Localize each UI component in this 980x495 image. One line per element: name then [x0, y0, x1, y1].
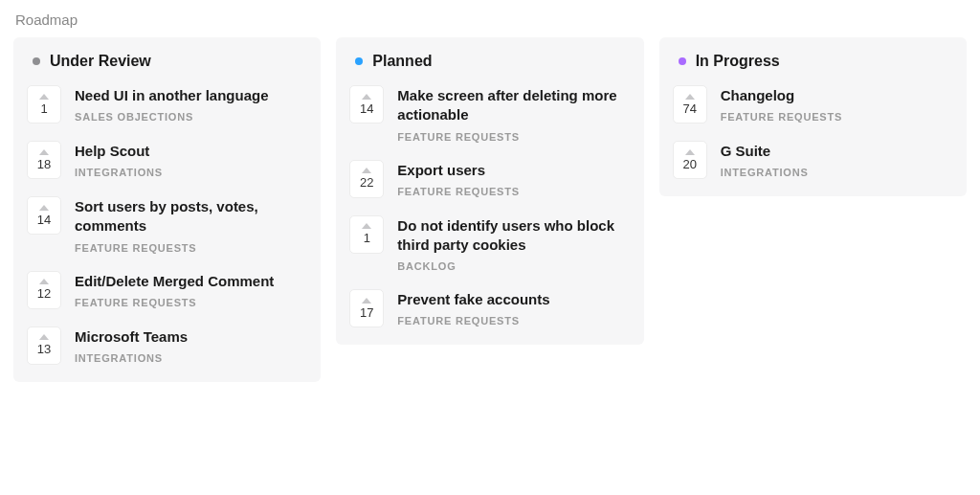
- caret-up-icon: [362, 298, 371, 304]
- card-title[interactable]: Help Scout: [75, 142, 163, 161]
- column-header: In Progress: [673, 51, 953, 72]
- card-title[interactable]: Make screen after deleting more actionab…: [397, 86, 630, 125]
- card-title[interactable]: Edit/Delete Merged Comment: [75, 272, 274, 291]
- roadmap-card: 1 Do not identify users who block third …: [349, 215, 630, 273]
- column-planned: Planned 14 Make screen after deleting mo…: [336, 37, 643, 345]
- page-title: Roadmap: [13, 11, 967, 28]
- card-category: SALES OBJECTIONS: [75, 111, 269, 123]
- roadmap-card: 18 Help Scout INTEGRATIONS: [27, 141, 307, 179]
- column-header: Under Review: [27, 51, 307, 72]
- upvote-button[interactable]: 22: [349, 160, 384, 198]
- card-category: INTEGRATIONS: [75, 352, 188, 364]
- column-title: Planned: [372, 53, 432, 70]
- card-body: Export users FEATURE REQUESTS: [397, 160, 520, 197]
- roadmap-card: 20 G Suite INTEGRATIONS: [673, 141, 953, 179]
- column-header: Planned: [349, 51, 630, 72]
- upvote-button[interactable]: 14: [27, 196, 61, 235]
- status-dot-icon: [679, 57, 686, 65]
- card-body: Help Scout INTEGRATIONS: [75, 141, 163, 178]
- roadmap-card: 22 Export users FEATURE REQUESTS: [349, 160, 630, 198]
- card-list: 1 Need UI in another language SALES OBJE…: [27, 85, 307, 365]
- roadmap-card: 13 Microsoft Teams INTEGRATIONS: [27, 326, 307, 365]
- card-category: INTEGRATIONS: [75, 167, 163, 178]
- column-title: Under Review: [50, 53, 151, 70]
- caret-up-icon: [39, 205, 49, 211]
- card-title[interactable]: Do not identify users who block third pa…: [397, 216, 630, 256]
- caret-up-icon: [362, 223, 371, 229]
- caret-up-icon: [685, 94, 695, 100]
- status-dot-icon: [33, 57, 40, 65]
- caret-up-icon: [685, 149, 695, 155]
- card-title[interactable]: G Suite: [721, 142, 809, 161]
- card-body: Need UI in another language SALES OBJECT…: [75, 85, 269, 123]
- vote-count: 74: [682, 101, 696, 116]
- card-list: 74 Changelog FEATURE REQUESTS 20 G Suite…: [673, 85, 953, 179]
- card-title[interactable]: Microsoft Teams: [75, 327, 188, 347]
- card-category: BACKLOG: [397, 260, 630, 272]
- upvote-button[interactable]: 13: [27, 326, 61, 365]
- upvote-button[interactable]: 1: [27, 85, 61, 124]
- roadmap-card: 1 Need UI in another language SALES OBJE…: [27, 85, 307, 124]
- caret-up-icon: [39, 334, 49, 340]
- roadmap-card: 14 Make screen after deleting more actio…: [349, 85, 630, 143]
- caret-up-icon: [39, 149, 49, 155]
- card-category: FEATURE REQUESTS: [397, 315, 549, 326]
- vote-count: 14: [37, 213, 51, 227]
- upvote-button[interactable]: 12: [27, 271, 61, 309]
- card-body: G Suite INTEGRATIONS: [721, 141, 809, 178]
- column-title: In Progress: [696, 53, 780, 70]
- card-category: FEATURE REQUESTS: [721, 111, 843, 123]
- card-category: FEATURE REQUESTS: [75, 297, 274, 308]
- column-under-review: Under Review 1 Need UI in another langua…: [13, 37, 321, 382]
- vote-count: 12: [37, 286, 51, 301]
- upvote-button[interactable]: 14: [349, 85, 384, 124]
- upvote-button[interactable]: 1: [349, 215, 384, 254]
- vote-count: 22: [360, 175, 373, 190]
- upvote-button[interactable]: 74: [673, 85, 707, 124]
- status-dot-icon: [355, 57, 363, 65]
- vote-count: 17: [360, 305, 373, 320]
- card-body: Make screen after deleting more actionab…: [397, 85, 630, 143]
- vote-count: 14: [360, 101, 373, 116]
- caret-up-icon: [362, 94, 371, 100]
- vote-count: 1: [40, 101, 47, 116]
- card-title[interactable]: Export users: [397, 161, 520, 180]
- card-category: FEATURE REQUESTS: [397, 186, 520, 197]
- caret-up-icon: [39, 94, 49, 100]
- card-body: Prevent fake accounts FEATURE REQUESTS: [397, 289, 549, 326]
- upvote-button[interactable]: 18: [27, 141, 61, 179]
- roadmap-card: 74 Changelog FEATURE REQUESTS: [673, 85, 953, 124]
- card-list: 14 Make screen after deleting more actio…: [349, 85, 630, 327]
- roadmap-card: 14 Sort users by posts, votes, comments …: [27, 196, 307, 254]
- vote-count: 20: [682, 157, 696, 171]
- card-title[interactable]: Changelog: [721, 86, 843, 105]
- caret-up-icon: [362, 168, 371, 173]
- vote-count: 13: [37, 342, 51, 356]
- card-body: Do not identify users who block third pa…: [397, 215, 630, 273]
- roadmap-card: 17 Prevent fake accounts FEATURE REQUEST…: [349, 289, 630, 327]
- card-title[interactable]: Prevent fake accounts: [397, 290, 549, 309]
- upvote-button[interactable]: 17: [349, 289, 384, 327]
- card-title[interactable]: Need UI in another language: [75, 86, 269, 105]
- vote-count: 1: [364, 231, 370, 245]
- card-title[interactable]: Sort users by posts, votes, comments: [75, 197, 307, 236]
- card-body: Microsoft Teams INTEGRATIONS: [75, 326, 188, 364]
- card-category: FEATURE REQUESTS: [397, 131, 630, 143]
- vote-count: 18: [37, 157, 51, 171]
- card-body: Changelog FEATURE REQUESTS: [721, 85, 843, 123]
- card-body: Edit/Delete Merged Comment FEATURE REQUE…: [75, 271, 274, 308]
- roadmap-card: 12 Edit/Delete Merged Comment FEATURE RE…: [27, 271, 307, 309]
- roadmap-board: Under Review 1 Need UI in another langua…: [13, 37, 967, 382]
- upvote-button[interactable]: 20: [673, 141, 707, 179]
- card-category: FEATURE REQUESTS: [75, 242, 307, 254]
- column-in-progress: In Progress 74 Changelog FEATURE REQUEST…: [659, 37, 967, 196]
- caret-up-icon: [39, 279, 49, 284]
- card-category: INTEGRATIONS: [721, 167, 809, 178]
- card-body: Sort users by posts, votes, comments FEA…: [75, 196, 307, 254]
